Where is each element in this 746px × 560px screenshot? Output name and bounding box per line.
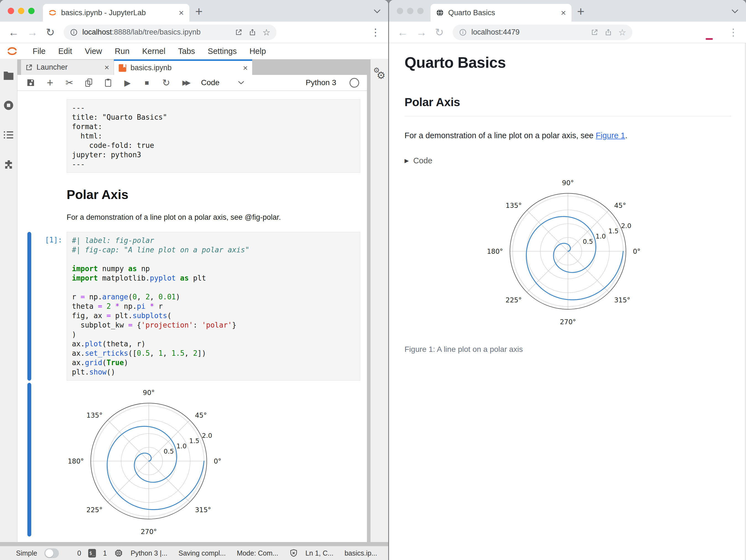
tab-search-chevron-icon[interactable] (731, 9, 739, 15)
share-icon[interactable] (249, 28, 256, 36)
zoom-window-button[interactable] (28, 8, 34, 14)
polar-plot-svg: 0°45°90°135°180°225°270°315°0.51.01.52.0 (66, 382, 232, 542)
open-in-new-icon[interactable] (591, 28, 598, 36)
notebook-toolbar: + ✂ ▶ ■ ↻ ▶▶ Code Python (18, 75, 367, 91)
copy-cells-icon[interactable] (83, 78, 94, 87)
bookmark-star-icon[interactable]: ☆ (618, 27, 626, 37)
page-title: Quarto Basics (404, 54, 731, 71)
address-bar[interactable]: localhost:8888/lab/tree/basics.ipynb ☆ (64, 25, 277, 40)
menu-item-run[interactable]: Run (115, 47, 130, 56)
menu-item-view[interactable]: View (85, 47, 102, 56)
raw-line: html: (72, 131, 355, 141)
code-line: ax.plot(theta, r) (72, 339, 355, 349)
menu-item-tabs[interactable]: Tabs (178, 47, 195, 56)
bookmark-star-icon[interactable]: ☆ (262, 27, 270, 37)
globe-favicon-icon (436, 9, 444, 17)
open-in-new-icon[interactable] (235, 28, 242, 36)
close-tab-icon[interactable]: × (179, 8, 184, 17)
reload-button[interactable]: ↻ (46, 27, 55, 37)
forward-button[interactable]: → (27, 27, 38, 37)
close-icon[interactable]: × (104, 63, 109, 72)
menu-item-settings[interactable]: Settings (208, 47, 237, 56)
close-icon[interactable]: × (243, 63, 248, 73)
menu-item-file[interactable]: File (33, 47, 46, 56)
menu-item-help[interactable]: Help (250, 47, 266, 56)
kernel-name-button[interactable]: Python 3 (306, 78, 336, 87)
new-tab-button[interactable]: + (577, 5, 584, 18)
markdown-heading: Polar Axis (67, 187, 367, 202)
stop-kernel-icon[interactable]: ■ (141, 79, 152, 87)
address-bar[interactable]: localhost:4479 ☆ (453, 25, 632, 40)
close-window-button[interactable] (8, 8, 14, 14)
minimize-window-button[interactable] (18, 8, 24, 14)
raw-line: title: "Quarto Basics" (72, 113, 355, 122)
quarto-browser-window: Quarto Basics × + ← → ↻ localhost:4479 ☆… (389, 0, 746, 560)
output-collapser[interactable] (27, 383, 31, 536)
simple-mode-toggle[interactable] (44, 549, 59, 558)
site-info-icon[interactable] (459, 28, 467, 36)
browser-menu-icon[interactable]: ⋮ (371, 27, 380, 38)
table-of-contents-icon[interactable] (3, 130, 14, 141)
extension-manager-icon[interactable] (3, 159, 14, 171)
svg-text:225°: 225° (506, 296, 521, 304)
jupyterlab-browser-window: basics.ipynb - JupyterLab × + ← → ↻ loca… (0, 0, 388, 560)
svg-text:225°: 225° (87, 506, 103, 514)
code-fold-toggle[interactable]: ▶ Code (404, 156, 731, 165)
cell-type-chevron-icon[interactable] (238, 81, 245, 85)
save-icon[interactable] (25, 78, 36, 87)
browser-menu-icon[interactable]: ⋮ (728, 27, 738, 38)
raw-line: --- (72, 103, 355, 113)
browser-navbar: ← → ↻ localhost:8888/lab/tree/basics.ipy… (0, 22, 388, 43)
cursor-position[interactable]: Ln 1, C... (305, 549, 333, 557)
code-line: theta = 2 * np.pi * r (72, 301, 355, 311)
kernel-status-icon[interactable] (349, 78, 359, 88)
browser-tab-quarto[interactable]: Quarto Basics × (431, 4, 572, 22)
minimize-window-button[interactable] (407, 8, 413, 14)
code-line: import matplotlib.pyplot as plt (72, 273, 355, 283)
cell-type-select[interactable]: Code (201, 78, 220, 87)
running-kernels-icon[interactable] (3, 100, 14, 112)
browser-tab-jupyterlab[interactable]: basics.ipynb - JupyterLab × (43, 4, 190, 22)
code-line: #| fig-cap: "A line plot on a polar axis… (72, 245, 355, 255)
dock-tab-launcher[interactable]: Launcher × (21, 59, 114, 75)
cut-cells-icon[interactable]: ✂ (64, 77, 75, 88)
svg-text:1.5: 1.5 (189, 437, 199, 444)
new-tab-button[interactable]: + (195, 5, 203, 18)
raw-yaml-cell[interactable]: ---title: "Quarto Basics"format: html: c… (67, 99, 360, 173)
menu-item-kernel[interactable]: Kernel (142, 47, 165, 56)
run-cell-icon[interactable]: ▶ (122, 78, 133, 88)
restart-run-all-icon[interactable]: ▶▶ (180, 79, 191, 87)
svg-text:135°: 135° (506, 202, 521, 209)
site-info-icon[interactable] (70, 28, 78, 36)
forward-button[interactable]: → (416, 27, 427, 37)
share-icon[interactable] (604, 28, 612, 36)
code-editor[interactable]: #| label: fig-polar#| fig-cap: "A line p… (67, 232, 360, 381)
add-cell-icon[interactable]: + (45, 77, 56, 89)
svg-text:0.5: 0.5 (164, 447, 174, 455)
back-button[interactable]: ← (8, 27, 19, 37)
command-mode-status: Mode: Com... (237, 549, 278, 557)
paste-cells-icon[interactable] (103, 78, 114, 87)
jupyterlab-shell: FileEditViewRunKernelTabsSettingsHelp (0, 43, 388, 560)
figure-link[interactable]: Figure 1 (596, 131, 625, 140)
svg-text:45°: 45° (614, 202, 626, 209)
tab-search-chevron-icon[interactable] (373, 9, 381, 15)
reload-button[interactable]: ↻ (435, 27, 444, 37)
svg-text:0°: 0° (214, 458, 221, 465)
close-tab-icon[interactable]: × (561, 8, 566, 17)
file-browser-icon[interactable] (3, 71, 14, 82)
raw-line: jupyter: python3 (72, 150, 355, 159)
svg-text:315°: 315° (614, 296, 630, 304)
zoom-window-button[interactable] (417, 8, 424, 14)
close-window-button[interactable] (397, 8, 403, 14)
restart-kernel-icon[interactable]: ↻ (161, 77, 172, 88)
profile-avatar-indicator (706, 38, 713, 40)
trust-shield-icon (289, 549, 298, 558)
page-scrollbar[interactable] (745, 43, 746, 560)
svg-text:315°: 315° (195, 506, 211, 514)
back-button[interactable]: ← (397, 27, 408, 37)
dock-tab-notebook[interactable]: basics.ipynb × (114, 59, 252, 75)
kernel-status-text[interactable]: Python 3 |... (131, 549, 167, 557)
svg-text:45°: 45° (195, 412, 207, 419)
menu-item-edit[interactable]: Edit (58, 47, 72, 56)
